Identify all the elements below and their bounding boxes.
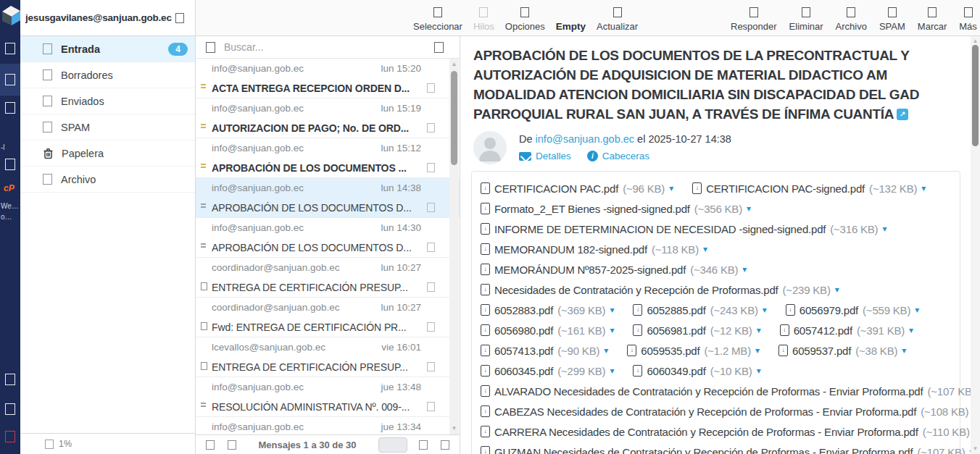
attachment-menu-icon[interactable] <box>747 203 751 214</box>
search-icon[interactable] <box>206 42 215 53</box>
attachment[interactable]: CERTIFICACION PAC.pdf(~96 KB) <box>481 182 673 195</box>
select-checkbox[interactable] <box>427 123 435 133</box>
select-checkbox[interactable] <box>427 282 435 292</box>
attachment-menu-icon[interactable] <box>915 305 919 315</box>
attachment-menu-icon[interactable] <box>835 285 839 295</box>
select-checkbox[interactable] <box>427 203 435 212</box>
select-checkbox[interactable] <box>427 402 435 411</box>
attachment-menu-icon[interactable] <box>610 366 614 376</box>
attachment[interactable]: INFORME DE DETERMINACION DE NECESIDAD -s… <box>481 223 886 235</box>
rail-mail-icon[interactable] <box>5 43 15 54</box>
select-checkbox[interactable] <box>427 243 435 252</box>
attachment[interactable]: 6057412.pdf(~391 KB) <box>780 324 913 337</box>
select-checkbox[interactable] <box>427 322 435 332</box>
rail-contacts-icon[interactable] <box>5 102 15 114</box>
details-link[interactable]: Detalles <box>519 151 571 161</box>
attachment-menu-icon[interactable] <box>882 224 886 234</box>
attachment[interactable]: 6056980.pdf(~161 KB) <box>481 324 614 337</box>
select-button[interactable]: Seleccionar <box>413 7 462 32</box>
headers-link[interactable]: Cabeceras <box>587 151 649 161</box>
message-row[interactable]: info@sanjuan.gob.eclun 15:12 APROBACIÓN … <box>196 138 460 178</box>
reply-button[interactable]: Responder <box>731 7 777 32</box>
attachment[interactable]: CARRERA Necesidades de Contratación y Re… <box>481 426 979 438</box>
empty-button[interactable]: Empty <box>556 21 586 32</box>
reader-scrollbar-thumb[interactable] <box>972 45 979 146</box>
attachment[interactable]: 6056979.pdf(~559 KB) <box>786 304 919 316</box>
message-row[interactable]: coordinador@sanjuan.gob.eclun 10:27 ENTR… <box>196 258 460 298</box>
sidebar-item-archivo[interactable]: Archivo <box>20 167 195 193</box>
list-scrollbar-thumb[interactable] <box>451 71 457 165</box>
attachment[interactable]: 6060349.pdf(~10 KB) <box>633 365 760 377</box>
attachment-menu-icon[interactable] <box>909 325 913 335</box>
attachment-menu-icon[interactable] <box>757 366 761 376</box>
message-row[interactable]: info@sanjuan.gob.eclun 14:30 APROBACIÓN … <box>196 218 460 258</box>
sender-email-link[interactable]: info@sanjuan.gob.ec <box>536 133 634 145</box>
attachment[interactable]: 6059535.pdf(~1.2 MB) <box>627 345 760 357</box>
cpanel-logo[interactable]: cP <box>4 183 14 193</box>
last-page-icon[interactable] <box>441 440 449 450</box>
message-row[interactable]: info@sanjuan.gob.ecjue 13:48 RESOLUCIÓN … <box>196 377 460 417</box>
message-row-selected[interactable]: info@sanjuan.gob.eclun 14:38 APROBACIÓN … <box>196 178 460 218</box>
attachment-menu-icon[interactable] <box>610 305 614 315</box>
attachment[interactable]: 6059537.pdf(~38 KB) <box>778 345 906 357</box>
page-input[interactable] <box>378 437 407 453</box>
prev-page-icon[interactable] <box>228 440 236 450</box>
attachment[interactable]: GUZMAN Necesidades de Contratación y Rec… <box>481 446 974 454</box>
attachment-menu-icon[interactable] <box>763 305 767 315</box>
message-row[interactable]: info@sanjuan.gob.eclun 15:19 AUTORIZACIO… <box>196 98 460 138</box>
message-row[interactable]: info@sanjuan.gob.ecjue 13:34 <box>196 417 460 434</box>
search-input[interactable] <box>223 41 427 54</box>
attachment[interactable]: 6057413.pdf(~90 KB) <box>481 345 608 357</box>
sidebar-item-spam[interactable]: SPAM <box>20 114 195 140</box>
next-page-icon[interactable] <box>419 440 428 450</box>
attachment-menu-icon[interactable] <box>610 325 614 335</box>
more-button[interactable]: Más <box>959 7 977 32</box>
message-row[interactable]: coordinador@sanjuan.gob.eclun 10:27 Fwd:… <box>196 298 460 337</box>
sidebar-item-papelera[interactable]: Papelera <box>20 140 195 167</box>
spam-button[interactable]: SPAM <box>879 7 905 32</box>
archive-button[interactable]: Archivo <box>836 7 867 32</box>
attachment[interactable]: ALVARADO Necesidades de Contratación y R… <box>481 385 980 398</box>
attachment-menu-icon[interactable] <box>757 325 761 335</box>
attachment[interactable]: CERTIFICACION PAC-signed.pdf(~132 KB) <box>692 182 926 195</box>
account-header[interactable]: jesusgavilanes@sanjuan.gob.ec <box>20 0 195 36</box>
scroll-up-icon[interactable]: ▲ <box>449 60 459 69</box>
attachment[interactable]: Necesidades de Contratación y Recepción … <box>481 284 839 296</box>
rail-active-item[interactable] <box>0 64 20 96</box>
delete-button[interactable]: Eliminar <box>789 7 823 32</box>
attachment[interactable]: 6056981.pdf(~12 KB) <box>633 324 760 337</box>
attachment[interactable]: 6052885.pdf(~243 KB) <box>633 304 766 316</box>
attachment[interactable]: 6060345.pdf(~299 KB) <box>481 365 614 377</box>
list-scrollbar[interactable]: ▲ ▼ <box>449 59 459 434</box>
attachment-menu-icon[interactable] <box>921 183 926 193</box>
attachment-menu-icon[interactable] <box>755 345 760 356</box>
search-bar[interactable] <box>196 36 460 59</box>
first-page-icon[interactable] <box>206 440 215 450</box>
select-checkbox[interactable] <box>427 163 435 172</box>
scroll-down-icon[interactable]: ▼ <box>971 445 980 453</box>
open-in-new-window-icon[interactable] <box>897 109 908 120</box>
sidebar-item-entrada[interactable]: Entrada 4 <box>20 36 195 62</box>
scroll-down-icon[interactable]: ▼ <box>449 424 459 433</box>
logout-icon[interactable] <box>5 431 15 442</box>
attachment[interactable]: Formato_2_ET Bienes -signed-signed.pdf(~… <box>481 203 751 215</box>
sidebar-item-enviados[interactable]: Enviados <box>20 88 195 114</box>
rail-about-icon[interactable] <box>5 403 15 415</box>
refresh-button[interactable]: Actualizar <box>597 7 638 32</box>
attachment[interactable]: MEMORÁNDUM Nº857-2025-signed.pdf(~346 KB… <box>481 264 747 276</box>
message-row[interactable]: info@sanjuan.gob.eclun 15:20 ACTA ENTREG… <box>196 59 460 98</box>
select-checkbox[interactable] <box>427 83 435 93</box>
attachment-menu-icon[interactable] <box>902 345 906 356</box>
attachment-menu-icon[interactable] <box>742 264 747 274</box>
mark-button[interactable]: Marcar <box>918 7 947 32</box>
attachment-menu-icon[interactable] <box>604 345 608 356</box>
search-options-icon[interactable] <box>434 42 444 53</box>
rail-help-icon[interactable] <box>5 374 15 385</box>
attachment-menu-icon[interactable] <box>703 244 707 254</box>
attachment[interactable]: CABEZAS Necesidades de Contratación y Re… <box>481 405 977 418</box>
message-row[interactable]: lcevallos@sanjuan.gob.ecvie 16:01 ENTREG… <box>196 337 460 377</box>
rail-settings-icon[interactable] <box>5 159 15 170</box>
reader-scrollbar[interactable]: ▲ ▼ <box>971 36 980 454</box>
sidebar-item-borradores[interactable]: Borradores <box>20 62 195 88</box>
attachment-menu-icon[interactable] <box>669 183 673 193</box>
